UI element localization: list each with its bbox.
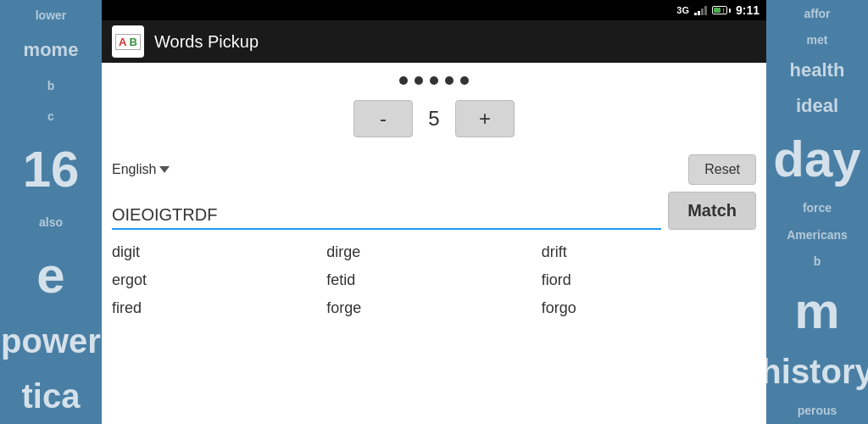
results-grid: digitdirgedriftergotfetidfiordfiredforge… <box>112 240 756 321</box>
language-label: English <box>112 162 156 177</box>
bg-word: affor <box>804 7 830 20</box>
bg-word: mome <box>24 39 79 61</box>
controls-row: English Reset <box>102 151 766 188</box>
content-area: - 5 + English Reset Match digitdirgedrif… <box>102 63 766 424</box>
bg-word: tica <box>22 377 81 416</box>
list-item: drift <box>542 240 756 265</box>
bg-word: force <box>803 201 832 215</box>
list-item: dirge <box>326 240 541 265</box>
list-item: fiord <box>542 268 756 293</box>
bg-word: also <box>39 215 63 229</box>
match-button[interactable]: Match <box>668 192 756 230</box>
counter-row: - 5 + <box>102 93 766 151</box>
app-icon: A B <box>112 25 144 58</box>
dot-5 <box>460 76 469 85</box>
page-indicator <box>102 63 766 93</box>
bg-word: history <box>766 353 868 391</box>
dot-4 <box>445 76 453 85</box>
bg-word: perous <box>798 404 837 417</box>
network-indicator: 3G <box>676 5 689 15</box>
icon-letter-b: B <box>130 36 137 48</box>
results-area: digitdirgedriftergotfetidfiordfiredforge… <box>102 233 766 424</box>
battery-icon: ! <box>712 6 731 14</box>
bg-word: b <box>814 254 821 268</box>
time-display: 9:11 <box>736 3 760 17</box>
bg-right-wordcloud: affor met health ideal day force America… <box>766 0 868 424</box>
text-input-wrapper <box>112 205 661 230</box>
list-item: forge <box>326 296 541 321</box>
increment-button[interactable]: + <box>455 100 515 137</box>
app-container: 3G ! 9:11 A B Words Pickup <box>102 0 766 424</box>
bg-word: lower <box>36 8 67 22</box>
list-item: fired <box>112 296 326 321</box>
bg-word: e <box>36 246 64 304</box>
bg-word: Americans <box>787 228 848 242</box>
list-item: fetid <box>326 268 541 293</box>
status-bar: 3G ! 9:11 <box>102 0 766 20</box>
bg-word: c <box>47 109 54 123</box>
bg-word: b <box>47 79 55 92</box>
search-input[interactable] <box>112 205 661 225</box>
list-item: forgo <box>542 296 756 321</box>
bg-word: power <box>1 322 101 360</box>
bg-word: m <box>794 282 839 340</box>
bg-word: 16 <box>23 140 80 198</box>
icon-letter-a: A <box>119 36 126 48</box>
bg-left-wordcloud: lower mome b c 16 also e power tica <box>0 0 102 424</box>
list-item: digit <box>112 240 326 265</box>
dot-2 <box>415 76 423 85</box>
signal-icon <box>694 5 707 15</box>
bg-word: ideal <box>796 95 838 117</box>
input-row: Match <box>102 188 766 233</box>
counter-value: 5 <box>413 107 455 131</box>
bg-word: day <box>773 130 860 188</box>
decrement-button[interactable]: - <box>353 100 413 137</box>
list-item: ergot <box>112 268 326 293</box>
toolbar: A B Words Pickup <box>102 20 766 63</box>
language-selector[interactable]: English <box>112 162 170 177</box>
dot-1 <box>399 76 408 85</box>
chevron-down-icon <box>159 166 170 173</box>
toolbar-title: Words Pickup <box>154 32 259 52</box>
bg-word: met <box>807 33 828 47</box>
reset-button[interactable]: Reset <box>688 154 756 185</box>
bg-word: health <box>790 59 845 81</box>
dot-3 <box>430 76 438 85</box>
